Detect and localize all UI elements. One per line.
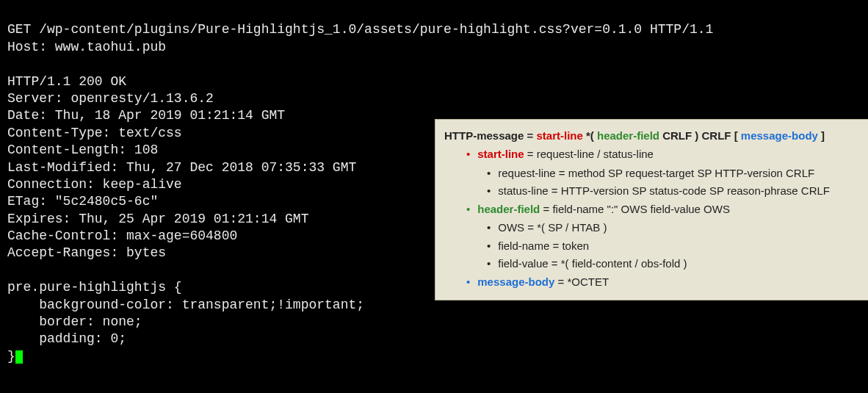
status-line: HTTP/1.1 200 OK	[7, 74, 126, 89]
header-date: Date: Thu, 18 Apr 2019 01:21:14 GMT	[7, 108, 285, 123]
http-grammar-infobox: HTTP-message = start-line *( header-fiel…	[435, 119, 868, 300]
request-line: GET /wp-content/plugins/Pure-Highlightjs…	[7, 22, 713, 37]
header-last-modified: Last-Modified: Thu, 27 Dec 2018 07:35:33…	[7, 160, 356, 175]
grammar-field-value: field-value = *( field-content / obs-fol…	[487, 255, 868, 272]
header-content-length: Content-Length: 108	[7, 143, 158, 157]
header-cache-control: Cache-Control: max-age=604800	[7, 228, 237, 243]
grammar-field-name: field-name = token	[487, 237, 868, 254]
grammar-request-line: request-line = method SP request-target …	[487, 165, 868, 181]
header-connection: Connection: keep-alive	[7, 177, 182, 192]
body-line-4: padding: 0;	[7, 331, 126, 346]
grammar-http-message: HTTP-message = start-line *( header-fiel…	[444, 127, 868, 144]
body-line-3: border: none;	[7, 314, 142, 329]
body-line-1: pre.pure-highlightjs {	[7, 280, 182, 295]
header-server: Server: openresty/1.13.6.2	[7, 91, 214, 106]
host-header: Host: www.taohui.pub	[7, 40, 166, 54]
grammar-header-field: header-field = field-name ":" OWS field-…	[466, 201, 868, 217]
cursor-icon	[15, 350, 23, 364]
header-etag: ETag: "5c2480c5-6c"	[7, 194, 158, 209]
grammar-message-body: message-body = *OCTET	[466, 273, 868, 290]
header-accept-ranges: Accept-Ranges: bytes	[7, 245, 166, 260]
grammar-start-line: start-line = request-line / status-line	[466, 145, 868, 162]
grammar-status-line: status-line = HTTP-version SP status-cod…	[487, 182, 868, 199]
body-line-2: background-color: transparent;!important…	[7, 298, 364, 312]
header-content-type: Content-Type: text/css	[7, 126, 182, 140]
header-expires: Expires: Thu, 25 Apr 2019 01:21:14 GMT	[7, 212, 308, 226]
body-line-5: }	[7, 349, 15, 364]
grammar-ows: OWS = *( SP / HTAB )	[487, 219, 868, 236]
